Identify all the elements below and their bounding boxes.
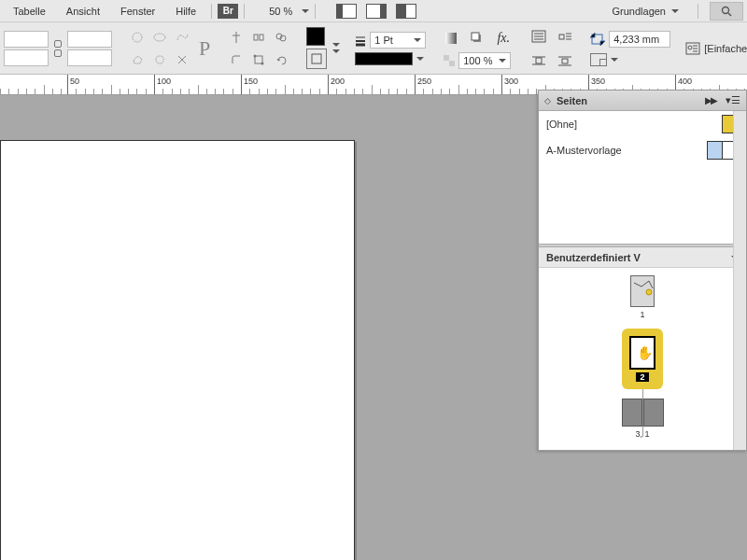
svg-rect-24 xyxy=(536,58,542,63)
panel-scrollbar[interactable] xyxy=(733,111,746,450)
panel-menu-icon[interactable]: ▾☰ xyxy=(726,94,740,106)
frame-rect-icon[interactable] xyxy=(306,49,327,69)
paragraph-icon[interactable]: P xyxy=(198,38,211,59)
page-artboard[interactable] xyxy=(0,140,355,560)
x-field[interactable] xyxy=(4,31,49,48)
page-icon xyxy=(630,275,655,307)
control-toolbar: P 1 Pt fx. xyxy=(0,22,747,75)
ruler-tick: 50 xyxy=(67,75,68,95)
page-spread-thumb[interactable]: 3, 1 xyxy=(622,399,664,439)
panel-title: Seiten xyxy=(557,95,699,106)
zoom-value: 50 % xyxy=(263,4,298,19)
transform-icon[interactable] xyxy=(248,49,269,70)
master-name: [Ohne] xyxy=(546,119,577,130)
masters-empty-area[interactable] xyxy=(539,163,746,244)
menu-tabelle[interactable]: Tabelle xyxy=(4,3,55,20)
zoom-control[interactable]: 50 % xyxy=(263,4,309,19)
effect-shadow-icon[interactable] xyxy=(467,28,487,49)
stroke-weight-field[interactable]: 1 Pt xyxy=(370,32,426,49)
page-label: 2 xyxy=(636,372,648,382)
h-field[interactable] xyxy=(67,49,112,66)
svg-rect-11 xyxy=(312,54,321,63)
shape-freeform-icon[interactable] xyxy=(172,27,192,48)
page-thumb[interactable]: 1 xyxy=(630,275,655,319)
graphic-style-icon xyxy=(685,42,700,55)
pages-list: 1 ✋ 2 3, 1 xyxy=(539,268,746,450)
svg-rect-27 xyxy=(559,35,564,39)
view-mode-left-icon[interactable] xyxy=(336,4,357,19)
svg-rect-18 xyxy=(444,55,449,61)
distribute-tool-icon[interactable] xyxy=(248,27,269,48)
divider xyxy=(315,4,316,19)
chevron-down-icon[interactable] xyxy=(332,49,340,53)
svg-rect-32 xyxy=(562,59,568,63)
collapse-arrows-icon[interactable]: ▶▶ xyxy=(705,95,716,105)
shape-poly-icon[interactable] xyxy=(127,49,148,70)
opacity-field[interactable]: 100 % xyxy=(458,52,511,69)
collapse-icon[interactable]: ◇ xyxy=(544,96,551,105)
stroke-weight-value: 1 Pt xyxy=(374,35,393,46)
svg-point-2 xyxy=(133,33,142,42)
opacity-value: 100 % xyxy=(463,55,492,66)
text-wrap-around-icon[interactable] xyxy=(529,50,549,71)
link-dimensions-icon[interactable] xyxy=(51,30,64,67)
spread-icon xyxy=(622,399,664,427)
menubar: Tabelle Ansicht Fenster Hilfe Br 50 % Gr… xyxy=(0,0,747,22)
svg-rect-8 xyxy=(255,56,262,63)
chevron-down-icon[interactable] xyxy=(332,43,340,47)
ruler-tick: 150 xyxy=(241,75,242,95)
bridge-icon[interactable]: Br xyxy=(218,4,238,19)
shape-circle-icon[interactable] xyxy=(127,27,148,48)
w-field[interactable] xyxy=(67,31,112,48)
workspace-switcher[interactable]: Grundlagen xyxy=(605,4,687,19)
view-mode-right-icon[interactable] xyxy=(366,4,387,19)
svg-rect-19 xyxy=(449,61,455,66)
shape-cross-icon[interactable] xyxy=(172,49,192,70)
search-button[interactable] xyxy=(710,2,743,21)
pathfinder-icon[interactable] xyxy=(271,27,291,48)
view-mode-buttons xyxy=(336,4,416,19)
shape-blob-icon[interactable] xyxy=(149,49,170,70)
align-tool-icon[interactable] xyxy=(226,27,247,48)
panel-header[interactable]: ◇ Seiten ▶▶ ▾☰ xyxy=(539,91,746,111)
graphic-style-label[interactable]: [Einfacher Grafik xyxy=(704,43,747,54)
page-thumb-selected[interactable]: ✋ 2 xyxy=(622,329,663,389)
menu-ansicht[interactable]: Ansicht xyxy=(57,3,109,20)
mm-value: 4,233 mm xyxy=(613,34,659,45)
svg-line-1 xyxy=(728,13,731,16)
text-wrap-jump-icon[interactable] xyxy=(555,26,575,47)
mm-field[interactable]: 4,233 mm xyxy=(609,31,670,48)
ruler-tick: 250 xyxy=(415,75,416,95)
chevron-down-icon[interactable] xyxy=(611,58,618,62)
svg-rect-5 xyxy=(260,35,263,40)
svg-point-3 xyxy=(154,34,165,41)
shape-ellipse-icon[interactable] xyxy=(149,27,170,48)
divider xyxy=(211,4,212,19)
y-field[interactable] xyxy=(4,49,49,66)
text-wrap-none-icon[interactable] xyxy=(529,26,549,47)
opacity-icon xyxy=(444,55,455,66)
stroke-style-preview[interactable] xyxy=(355,52,413,65)
menu-fenster[interactable]: Fenster xyxy=(111,3,164,20)
menu-hilfe[interactable]: Hilfe xyxy=(166,3,205,20)
svg-rect-17 xyxy=(472,33,479,40)
chevron-down-icon[interactable] xyxy=(416,57,424,61)
crop-icon xyxy=(590,33,605,46)
page-label: 3, 1 xyxy=(635,429,649,439)
effect-gradient-icon[interactable] xyxy=(441,28,461,49)
fx-button[interactable]: fx. xyxy=(493,28,514,49)
corner-tool-icon[interactable] xyxy=(226,49,247,70)
chevron-down-icon xyxy=(414,38,421,42)
workspace-label: Grundlagen xyxy=(613,6,667,17)
search-icon xyxy=(721,6,732,17)
stroke-weight-icon xyxy=(355,35,366,46)
panel-subheader[interactable]: Benutzerdefiniert V xyxy=(539,247,746,268)
view-mode-split-icon[interactable] xyxy=(396,4,416,19)
rotate-icon[interactable] xyxy=(271,49,291,70)
text-wrap-skip-icon[interactable] xyxy=(555,50,575,71)
fill-swatch[interactable] xyxy=(306,27,325,46)
master-row[interactable]: [Ohne] xyxy=(539,111,746,137)
ruler-tick: 100 xyxy=(154,75,155,95)
corner-options-icon[interactable] xyxy=(590,53,607,66)
master-row[interactable]: A-Mustervorlage xyxy=(539,137,746,163)
